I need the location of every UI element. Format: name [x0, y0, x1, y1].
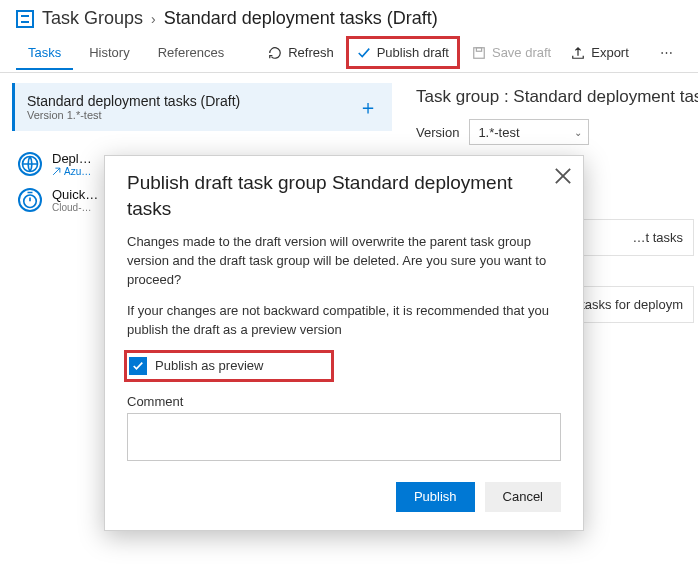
checkmark-icon	[132, 360, 144, 372]
modal-overlay: Publish draft task group Standard deploy…	[0, 0, 698, 573]
close-icon	[553, 166, 573, 186]
modal-body-2: If your changes are not backward compati…	[127, 302, 561, 340]
modal-title: Publish draft task group Standard deploy…	[127, 170, 539, 221]
publish-as-preview-label: Publish as preview	[155, 358, 263, 373]
publish-button[interactable]: Publish	[396, 482, 475, 512]
modal-body-1: Changes made to the draft version will o…	[127, 233, 561, 290]
comment-input[interactable]	[127, 413, 561, 461]
modal-buttons: Publish Cancel	[127, 482, 561, 512]
comment-label: Comment	[127, 394, 561, 409]
publish-as-preview-checkbox[interactable]	[129, 357, 147, 375]
cancel-button[interactable]: Cancel	[485, 482, 561, 512]
publish-as-preview-row[interactable]: Publish as preview	[124, 350, 334, 382]
publish-modal: Publish draft task group Standard deploy…	[104, 155, 584, 531]
close-button[interactable]	[553, 166, 573, 186]
